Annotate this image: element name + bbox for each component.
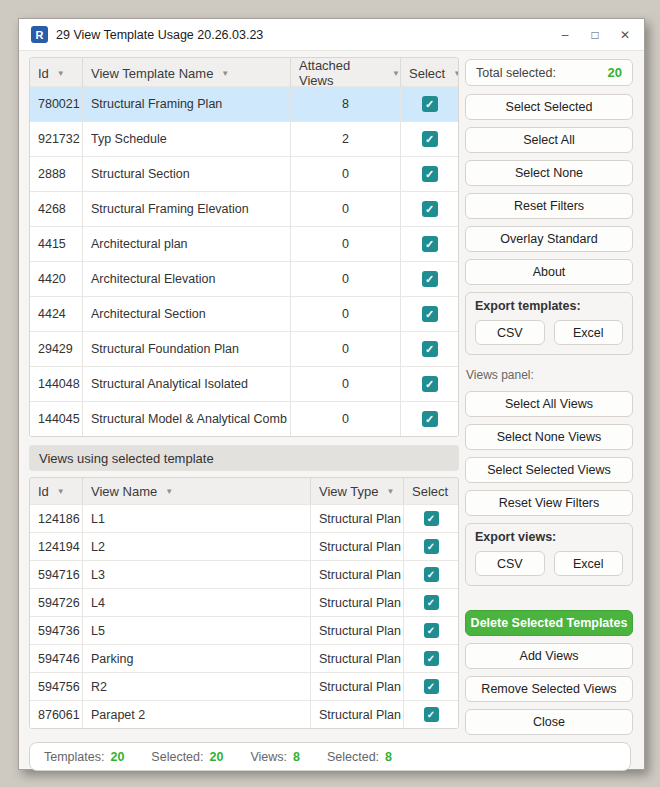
filter-dropdown-icon[interactable]: ▼ xyxy=(456,487,459,496)
column-header-label: View Type xyxy=(319,484,379,499)
select-selected-button[interactable]: Select Selected xyxy=(465,94,633,120)
table-row[interactable]: 4268Structural Framing Elevation0✓ xyxy=(30,191,458,226)
cell-id: 4420 xyxy=(30,262,82,296)
cell-select: ✓ xyxy=(400,297,458,331)
cell-type: Structural Plan xyxy=(310,589,403,616)
table-row[interactable]: 29429Structural Foundation Plan0✓ xyxy=(30,331,458,366)
checkbox-checked-icon[interactable]: ✓ xyxy=(422,236,438,252)
table-row[interactable]: 594726L4Structural Plan✓ xyxy=(30,588,458,616)
export-views-csv-button[interactable]: CSV xyxy=(475,551,545,576)
column-header-select: Select▼ xyxy=(400,58,458,88)
cell-id: 4415 xyxy=(30,227,82,261)
total-selected-value: 20 xyxy=(608,65,622,80)
table-row[interactable]: 144045Structural Model & Analytical Comb… xyxy=(30,401,458,436)
remove-selected-views-button[interactable]: Remove Selected Views xyxy=(465,676,633,702)
status-label: Templates: xyxy=(44,750,104,764)
checkbox-checked-icon[interactable]: ✓ xyxy=(424,623,439,638)
cell-id: 124194 xyxy=(30,533,82,560)
select-all-views-button[interactable]: Select All Views xyxy=(465,391,633,417)
column-header-label: Select xyxy=(412,484,448,499)
checkbox-checked-icon[interactable]: ✓ xyxy=(422,341,438,357)
total-selected-label: Total selected: xyxy=(476,66,556,80)
cell-id: 594726 xyxy=(30,589,82,616)
cell-select: ✓ xyxy=(400,332,458,366)
reset-filters-button[interactable]: Reset Filters xyxy=(465,193,633,219)
overlay-standard-button[interactable]: Overlay Standard xyxy=(465,226,633,252)
checkbox-checked-icon[interactable]: ✓ xyxy=(422,306,438,322)
checkbox-checked-icon[interactable]: ✓ xyxy=(422,96,438,112)
checkbox-checked-icon[interactable]: ✓ xyxy=(424,651,439,666)
table-row[interactable]: 594736L5Structural Plan✓ xyxy=(30,616,458,644)
status-value: 8 xyxy=(293,750,300,764)
table-row[interactable]: 124186L1Structural Plan✓ xyxy=(30,504,458,532)
filter-dropdown-icon[interactable]: ▼ xyxy=(165,487,173,496)
maximize-button[interactable]: □ xyxy=(580,23,610,47)
export-templates-excel-button[interactable]: Excel xyxy=(554,320,624,345)
checkbox-checked-icon[interactable]: ✓ xyxy=(424,567,439,582)
cell-select: ✓ xyxy=(403,533,458,560)
export-views-group: Export views: CSV Excel xyxy=(465,523,633,586)
filter-dropdown-icon[interactable]: ▼ xyxy=(387,487,395,496)
cell-id: 29429 xyxy=(30,332,82,366)
table-row[interactable]: 4415Architectural plan0✓ xyxy=(30,226,458,261)
cell-type: Structural Plan xyxy=(310,505,403,532)
export-templates-buttons: CSV Excel xyxy=(475,320,623,345)
cell-attached-views: 0 xyxy=(290,192,400,226)
side-panel: Total selected: 20 Select SelectedSelect… xyxy=(465,57,633,742)
cell-select: ✓ xyxy=(400,192,458,226)
table-row[interactable]: 921732Typ Schedule2✓ xyxy=(30,121,458,156)
checkbox-checked-icon[interactable]: ✓ xyxy=(424,595,439,610)
checkbox-checked-icon[interactable]: ✓ xyxy=(424,539,439,554)
table-row[interactable]: 876061Parapet 2Structural Plan✓ xyxy=(30,700,458,728)
filter-dropdown-icon[interactable]: ▼ xyxy=(221,69,229,78)
table-row[interactable]: 2888Structural Section0✓ xyxy=(30,156,458,191)
cell-select: ✓ xyxy=(400,402,458,436)
filter-dropdown-icon[interactable]: ▼ xyxy=(57,69,65,78)
filter-dropdown-icon[interactable]: ▼ xyxy=(392,69,400,78)
table-row[interactable]: 780021Structural Framing Plan8✓ xyxy=(30,86,458,121)
about-button[interactable]: About xyxy=(465,259,633,285)
table-row[interactable]: 4424Architectural Section0✓ xyxy=(30,296,458,331)
select-none-views-button[interactable]: Select None Views xyxy=(465,424,633,450)
table-row[interactable]: 124194L2Structural Plan✓ xyxy=(30,532,458,560)
minimize-button[interactable]: – xyxy=(550,23,580,47)
status-item-views: Views:8 xyxy=(250,750,300,764)
checkbox-checked-icon[interactable]: ✓ xyxy=(422,201,438,217)
cell-type: Structural Plan xyxy=(310,673,403,700)
checkbox-checked-icon[interactable]: ✓ xyxy=(422,376,438,392)
table-row[interactable]: 594746ParkingStructural Plan✓ xyxy=(30,644,458,672)
reset-view-filters-button[interactable]: Reset View Filters xyxy=(465,490,633,516)
export-templates-csv-button[interactable]: CSV xyxy=(475,320,545,345)
cell-id: 4424 xyxy=(30,297,82,331)
checkbox-checked-icon[interactable]: ✓ xyxy=(422,271,438,287)
window-controls: – □ ✕ xyxy=(550,23,640,47)
cell-select: ✓ xyxy=(400,367,458,401)
checkbox-checked-icon[interactable]: ✓ xyxy=(422,166,438,182)
cell-name: Structural Framing Plan xyxy=(82,87,290,121)
add-views-button[interactable]: Add Views xyxy=(465,643,633,669)
table-row[interactable]: 594756R2Structural Plan✓ xyxy=(30,672,458,700)
export-views-excel-button[interactable]: Excel xyxy=(554,551,624,576)
checkbox-checked-icon[interactable]: ✓ xyxy=(422,131,438,147)
status-item-selected: Selected:8 xyxy=(327,750,392,764)
select-none-button[interactable]: Select None xyxy=(465,160,633,186)
templates-table: Id▼View Template Name▼Attached Views▼Sel… xyxy=(29,57,459,437)
close-button[interactable]: Close xyxy=(465,709,633,735)
table-row[interactable]: 144048Structural Analytical Isolated0✓ xyxy=(30,366,458,401)
table-row[interactable]: 4420Architectural Elevation0✓ xyxy=(30,261,458,296)
checkbox-checked-icon[interactable]: ✓ xyxy=(424,511,439,526)
column-header-label: Id xyxy=(38,66,49,81)
cell-attached-views: 0 xyxy=(290,367,400,401)
column-header-id: Id▼ xyxy=(30,58,82,88)
checkbox-checked-icon[interactable]: ✓ xyxy=(422,411,438,427)
checkbox-checked-icon[interactable]: ✓ xyxy=(424,707,439,722)
table-row[interactable]: 594716L3Structural Plan✓ xyxy=(30,560,458,588)
delete-selected-templates-button[interactable]: Delete Selected Templates xyxy=(465,610,633,636)
filter-dropdown-icon[interactable]: ▼ xyxy=(453,69,459,78)
cell-select: ✓ xyxy=(403,589,458,616)
close-button[interactable]: ✕ xyxy=(610,23,640,47)
select-selected-views-button[interactable]: Select Selected Views xyxy=(465,457,633,483)
filter-dropdown-icon[interactable]: ▼ xyxy=(57,487,65,496)
select-all-button[interactable]: Select All xyxy=(465,127,633,153)
checkbox-checked-icon[interactable]: ✓ xyxy=(424,679,439,694)
